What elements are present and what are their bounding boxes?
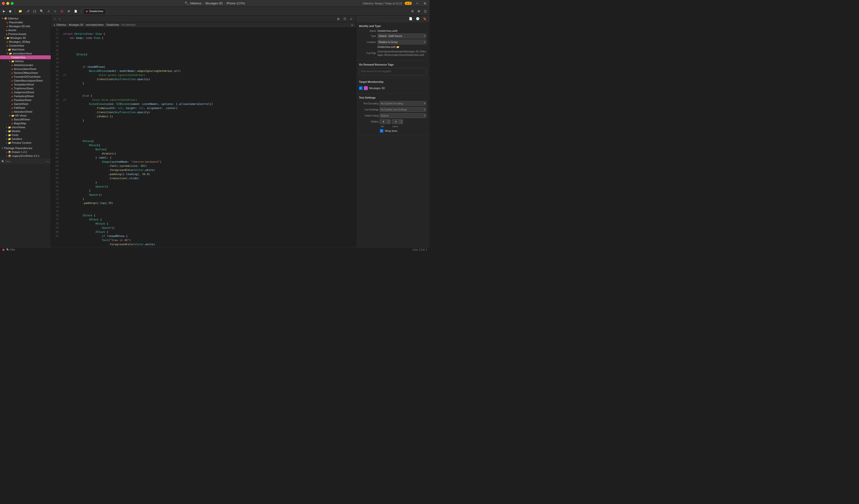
layout-button[interactable]: ⊞ — [416, 9, 421, 14]
sidebar-item-contentview[interactable]: ◈ ContentView — [0, 44, 51, 48]
zoom-button[interactable]: ⤢ — [349, 17, 354, 21]
indent-increment-button[interactable]: ▲ — [400, 120, 403, 122]
sidebar-item-models[interactable]: ▸ 📁 Models — [0, 129, 51, 133]
tab-decrement-button[interactable]: ▼ — [387, 122, 391, 124]
indent-decrement-button[interactable]: ▼ — [400, 122, 403, 124]
indent-using-select[interactable]: Spaces ▼ — [379, 113, 426, 118]
sidebar-item-judgement[interactable]: ◈ JudgementSheet — [0, 90, 51, 94]
sidebar-item-mainviews[interactable]: ▸ 📁 MainViews — [0, 48, 51, 51]
stop-button[interactable]: ◼ — [7, 9, 13, 14]
close-button[interactable] — [2, 2, 5, 5]
breadcrumb-moulages[interactable]: Moulages 3D — [69, 23, 83, 26]
breadcrumb-detailsview[interactable]: DetailsView — [106, 23, 119, 26]
add-button[interactable]: ＋ — [414, 0, 420, 6]
sidebar-item-paradise[interactable]: ◈ ParadiseSheet — [0, 98, 51, 102]
assistant-editor-button[interactable]: ☷ — [342, 17, 348, 21]
tab-width-stepper[interactable]: 4 ▲ ▼ — [379, 119, 391, 124]
sidebar-item-articles[interactable]: ▼ 📂 Articles — [0, 59, 51, 63]
type-select[interactable]: Default - Swift Source ▼ — [377, 33, 426, 38]
active-tab[interactable]: ◆ DetailsView — [83, 9, 106, 14]
sidebar-item-app[interactable]: ◈ Moulages_3DApp — [0, 40, 51, 44]
location-select[interactable]: Relative to Group ▼ — [377, 40, 426, 44]
sidebar-item-secondaryviews[interactable]: ▼ 📂 secondaryViews — [0, 51, 51, 56]
history-button[interactable]: 🕐 — [415, 16, 421, 21]
source-control-button[interactable]: ⎇ — [25, 9, 31, 14]
sidebar-item-gate[interactable]: ◈ GateofApocalypseSheet — [0, 79, 51, 82]
tab-increment-button[interactable]: ▲ — [387, 120, 391, 122]
project-nav-button[interactable]: 📁 — [17, 9, 24, 14]
back-nav-button[interactable]: ‹ — [53, 17, 57, 21]
sidebar-item-fountain[interactable]: ◈ FountainOfChoirSheet — [0, 75, 51, 79]
sidebar-label: FantasticalSheet — [14, 95, 34, 98]
sidebar-item-temptation[interactable]: ◈ TemptationSheet — [0, 82, 51, 86]
indent-using-label: Indent Using — [359, 114, 378, 117]
wrap-lines-checkbox[interactable] — [380, 129, 383, 132]
test-nav-button[interactable]: ◇ — [52, 9, 58, 14]
chevron-down-icon: ▼ — [423, 35, 425, 37]
sidebar-item-placeholder[interactable]: ◈ Placeholder — [0, 20, 51, 24]
breakpoint-nav-button[interactable]: ⊕ — [66, 9, 72, 14]
code-content[interactable]: struct DetailsView: View { var body: som… — [61, 28, 356, 247]
file-inspector-button[interactable]: 📄 — [408, 16, 413, 21]
symbol-nav-button[interactable]: { } — [32, 9, 37, 14]
bookmark-button[interactable]: 🔖 — [422, 16, 427, 21]
breadcrumb-gilbertus[interactable]: Gilbertus — [56, 23, 66, 26]
report-nav-button[interactable]: 📋 — [72, 9, 79, 14]
sidebar-item-legacyscrollview[interactable]: ▸ 📦 LegacyScrollView 2.0.1 — [0, 154, 51, 158]
line-endings-select[interactable]: No Explicit Line Endings ▼ — [379, 107, 426, 112]
sort-button[interactable]: ↕ — [48, 160, 49, 163]
breadcrumb-secondary[interactable]: secondaryViews — [86, 23, 104, 26]
sidebar-item-adoration[interactable]: ◈ AdorationSheet — [0, 110, 51, 114]
sidebar-item-detailsview[interactable]: ◈ DetailsView — [0, 56, 51, 59]
sidebar-item-articlegenerator[interactable]: ◈ ArticleGenerator — [0, 63, 51, 67]
sidebar-item-drawer[interactable]: ▸ 📦 Drawer 1.2.2 — [0, 150, 51, 154]
sidebar-label: JudgementSheet — [14, 91, 34, 94]
forward-nav-button[interactable]: › — [58, 17, 62, 21]
debug-nav-button[interactable]: 🐞 — [59, 9, 65, 14]
sidebar-item-basicarview[interactable]: ◈ BasicARView — [0, 117, 51, 121]
triangle-icon: ▼ — [1, 17, 3, 20]
sidebar-item-sandbox[interactable]: ▸ 📁 Sandbox — [0, 137, 51, 141]
sidebar-item-annunciation[interactable]: ◈ AnnunciationSheet — [0, 67, 51, 71]
locate-file-button[interactable]: 📂 — [396, 46, 400, 48]
editor-options-button[interactable]: ⊟ — [410, 9, 415, 14]
run-button[interactable]: ▶ — [1, 9, 6, 14]
sidebar-item-stories[interactable]: ◈ StoriesOfMarySheet — [0, 71, 51, 75]
sidebar-item-moulages3dinfo[interactable]: ◈ Moulages-3D-Info — [0, 24, 51, 28]
sidebar-item-fonts[interactable]: ▸ 📁 Fonts — [0, 133, 51, 137]
find-button[interactable]: 🔍 — [39, 9, 45, 14]
sidebar-label: Drawer 1.2.2 — [12, 151, 27, 154]
sidebar-item-moulages3d-group[interactable]: ▼ 📂 Moulages 3D — [0, 36, 51, 40]
add-file-button[interactable]: ＋ — [45, 160, 48, 163]
titlebar: 🔨 Gilbertus › Moulages 3D › iPhone 13 Pr… — [0, 0, 430, 7]
indent-width-stepper[interactable]: 4 ▲ ▼ — [392, 119, 403, 124]
minimize-button[interactable] — [6, 2, 9, 5]
sidebar-item-gilbertus[interactable]: ▼ 📦 Gilbertus — [0, 16, 51, 20]
wrap-lines-label: Wrap lines — [385, 129, 397, 132]
sidebar-item-fantastical[interactable]: ◈ FantasticalSheet — [0, 94, 51, 98]
chevron-down-icon: ▼ — [423, 103, 425, 105]
widths-row: Widths 4 ▲ ▼ 4 ▲ ▼ — [359, 119, 426, 124]
tags-input-area[interactable]: Only resources are taggable — [359, 68, 426, 75]
sidebar-item-preview-assets[interactable]: ▸ Preview Assets — [0, 32, 51, 36]
sidebar-item-trophimus[interactable]: ◈ TrophimusSheet — [0, 86, 51, 90]
sidebar-item-microviews[interactable]: ▸ 📁 microViews — [0, 125, 51, 129]
widths-label: Widths — [359, 121, 378, 123]
maximize-button[interactable] — [11, 2, 14, 5]
sidebar-item-fall[interactable]: ◈ FallSheet — [0, 106, 51, 110]
sidebar-pkg-deps[interactable]: ▼ Package Dependencies — [0, 146, 51, 150]
sidebar-item-saints[interactable]: ◈ SaintsSheet — [0, 102, 51, 106]
swift-file-icon: ◈ — [11, 99, 13, 101]
sidebar-item-assets[interactable]: ▸ Assets — [0, 28, 51, 32]
inspector-button[interactable]: ◫ — [422, 9, 428, 14]
editor-mode-button[interactable]: ⊟ — [336, 17, 341, 21]
split-view-button[interactable]: ⧉ — [422, 1, 427, 6]
target-checkbox[interactable] — [359, 86, 362, 90]
sidebar-item-magicmap[interactable]: ◈ MagicMap — [0, 121, 51, 125]
text-settings-title: Text Settings — [359, 96, 426, 99]
sidebar-item-arviews[interactable]: ▼ 📂 AR Views — [0, 114, 51, 117]
code-editor[interactable]: 15 27 33 34 35 36 37 38 39 40 41 42 43 4… — [51, 28, 356, 247]
text-encoding-select[interactable]: No Explicit Encoding ▼ — [379, 101, 426, 106]
issue-nav-button[interactable]: ⚠ — [46, 9, 51, 14]
sidebar-item-preview-content[interactable]: ▸ 📁 Preview Content — [0, 141, 51, 145]
